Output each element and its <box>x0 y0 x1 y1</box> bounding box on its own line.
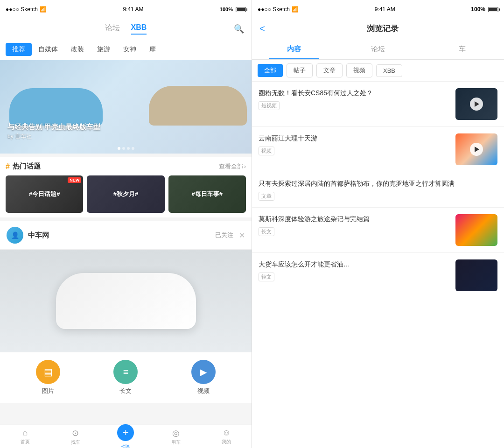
bottom-find-car[interactable]: ⊙ 找车 <box>50 428 101 446</box>
video-icon: ▶ <box>191 360 216 384</box>
hot-more-text: 查看全部 <box>219 162 243 171</box>
content-item-1[interactable]: 圈粉无数！看长安CS85有何过人之处？ 短视频 <box>252 82 504 127</box>
photo-icon: ▤ <box>36 360 60 384</box>
search-icon[interactable]: 🔍 <box>234 24 244 34</box>
car-right-shape <box>149 86 247 126</box>
action-photo[interactable]: ▤ 图片 <box>36 360 60 395</box>
thumb-img-2 <box>455 133 497 165</box>
hot-card-1[interactable]: #今日话题# NEW <box>6 175 83 213</box>
carrier-text-right: ●●○○ Sketch <box>258 6 290 13</box>
cat-modify[interactable]: 改装 <box>64 43 91 56</box>
drive-label: 用车 <box>171 439 181 446</box>
tab-xbb[interactable]: XBB <box>131 23 147 35</box>
content-info-4: 莫斯科深度体验游之旅途杂记与完结篇 长文 <box>259 214 450 236</box>
tab-content[interactable]: 内容 <box>252 39 336 59</box>
play-button-1[interactable] <box>470 98 483 111</box>
hot-more-btn[interactable]: 查看全部 › <box>219 162 246 171</box>
left-panel: ●●○○ Sketch 📶 9:41 AM 100% 论坛 XBB 🔍 推荐 自… <box>0 0 252 448</box>
cat-travel[interactable]: 旅游 <box>91 43 117 56</box>
nav-tabs: 论坛 XBB <box>105 23 147 35</box>
hot-header: # 热门话题 查看全部 › <box>6 162 246 171</box>
tab-forum[interactable]: 论坛 <box>105 23 120 35</box>
cat-goddess[interactable]: 女神 <box>117 43 143 56</box>
account-content <box>0 250 252 352</box>
action-video[interactable]: ▶ 视频 <box>191 360 216 395</box>
content-tabs: 内容 论坛 车 <box>252 39 504 60</box>
nav-header-left: 论坛 XBB 🔍 <box>0 19 252 39</box>
hero-dots <box>118 147 134 150</box>
play-button-2[interactable] <box>470 143 483 156</box>
filter-article[interactable]: 文章 <box>316 63 343 77</box>
status-carrier-right: ●●○○ Sketch 📶 <box>258 6 299 13</box>
home-icon: ⌂ <box>22 428 28 438</box>
wifi-icon-right: 📶 <box>292 6 299 13</box>
hero-title: 与经典告别 甲壳虫最终版车型 <box>7 123 100 132</box>
content-item-5[interactable]: 大货车应该怎么开才能更省油… 轻文 <box>252 253 504 298</box>
filter-video[interactable]: 视频 <box>346 63 372 77</box>
filter-xbb[interactable]: XBB <box>376 64 402 77</box>
hot-card-3[interactable]: #每日车事# <box>168 175 246 213</box>
battery-area-right: 100% <box>471 6 498 13</box>
thumb-img-5 <box>455 259 497 291</box>
hot-card-2[interactable]: #秋夕月# <box>87 175 164 213</box>
hot-cards-container: #今日话题# NEW #秋夕月# #每日车事# <box>6 175 246 213</box>
content-thumb-4 <box>455 214 497 246</box>
back-button[interactable]: < <box>259 23 265 34</box>
content-info-2: 云南丽江大理十天游 视频 <box>259 133 450 155</box>
hot-card-3-text: #每日车事# <box>192 190 223 198</box>
car-bg <box>0 250 252 352</box>
follow-button[interactable]: 已关注 <box>215 231 233 239</box>
hot-card-1-text: #今日话题# <box>29 190 60 198</box>
content-item-4[interactable]: 莫斯科深度体验游之旅途杂记与完结篇 长文 <box>252 208 504 253</box>
bottom-nav-left: ⌂ 首页 ⊙ 找车 + 社区 ◎ 用车 ☺ 我的 <box>0 425 252 448</box>
white-car-shape <box>56 273 196 329</box>
content-info-1: 圈粉无数！看长安CS85有何过人之处？ 短视频 <box>259 88 450 110</box>
content-tag-1: 短视频 <box>259 101 280 110</box>
action-photo-label: 图片 <box>42 387 54 395</box>
profile-label: 我的 <box>222 439 231 445</box>
thumb-img-1 <box>455 88 497 120</box>
tab-car[interactable]: 车 <box>420 39 504 59</box>
page-title: 浏览记录 <box>269 23 497 34</box>
play-triangle-2 <box>475 147 479 152</box>
hero-text-block: 与经典告别 甲壳虫最终版车型 by 言车社 <box>7 123 100 140</box>
close-icon[interactable]: ✕ <box>239 231 245 240</box>
cat-media[interactable]: 自媒体 <box>32 43 64 56</box>
content-list: 圈粉无数！看长安CS85有何过人之处？ 短视频 云南丽江大理十天游 视频 <box>252 82 504 448</box>
content-tag-4: 长文 <box>259 227 274 236</box>
bottom-community[interactable]: + 社区 <box>101 424 151 448</box>
content-info-5: 大货车应该怎么开才能更省油… 轻文 <box>259 259 450 281</box>
carrier-text-left: ●●○○ Sketch <box>6 6 38 13</box>
drive-icon: ◎ <box>172 428 180 438</box>
hero-image: 与经典告别 甲壳虫最终版车型 by 言车社 <box>0 60 252 154</box>
filter-post[interactable]: 帖子 <box>287 63 313 77</box>
content-item-3[interactable]: 只有去探索过深居内陆的首都萨格勒布，你的克罗地亚之行才算圆满 文章 <box>252 172 504 208</box>
article-icon: ≡ <box>113 360 138 384</box>
battery-area-left: 100% <box>220 7 246 12</box>
hot-title: # 热门话题 <box>6 162 41 171</box>
car-left-shape <box>9 88 103 126</box>
battery-pct-left: 100% <box>220 7 233 12</box>
content-info-3: 只有去探索过深居内陆的首都萨格勒布，你的克罗地亚之行才算圆满 文章 <box>259 179 497 201</box>
tab-forum[interactable]: 论坛 <box>336 39 420 59</box>
account-header: 👤 中车网 已关注 ✕ <box>0 221 252 250</box>
filter-all[interactable]: 全部 <box>258 64 283 77</box>
home-label: 首页 <box>21 439 30 445</box>
cat-more[interactable]: 摩 <box>143 43 162 56</box>
content-item-2[interactable]: 云南丽江大理十天游 视频 <box>252 127 504 172</box>
cat-recommend[interactable]: 推荐 <box>6 43 32 56</box>
content-title-4: 莫斯科深度体验游之旅途杂记与完结篇 <box>259 214 450 224</box>
account-name: 中车网 <box>28 231 215 240</box>
action-article[interactable]: ≡ 长文 <box>113 360 138 395</box>
status-carrier-left: ●●○○ Sketch 📶 <box>6 6 47 13</box>
content-tag-3: 文章 <box>259 192 274 201</box>
account-avatar: 👤 <box>7 227 23 244</box>
bottom-home[interactable]: ⌂ 首页 <box>0 428 50 445</box>
hot-topics-section: # 热门话题 查看全部 › #今日话题# NEW #秋夕月# #每日车事# <box>0 157 252 217</box>
dot-2 <box>122 147 125 150</box>
category-bar: 推荐 自媒体 改装 旅游 女神 摩 <box>0 39 252 60</box>
bottom-drive[interactable]: ◎ 用车 <box>151 428 201 446</box>
bottom-profile[interactable]: ☺ 我的 <box>201 428 252 445</box>
status-bar-right: ●●○○ Sketch 📶 9:41 AM 100% <box>252 0 504 19</box>
chevron-right-icon: › <box>244 163 246 170</box>
